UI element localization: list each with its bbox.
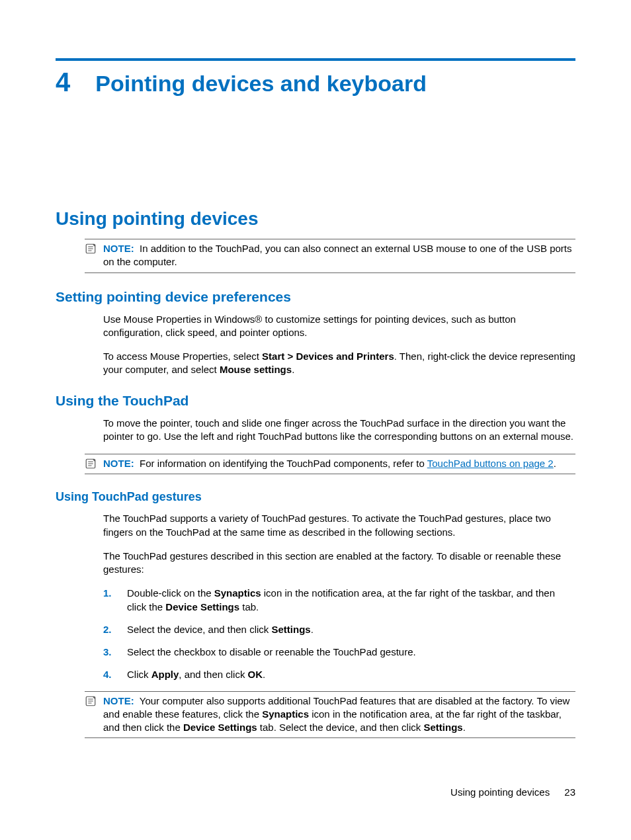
subsubsection-heading: Using TouchPad gestures <box>56 490 575 504</box>
list-item: Select the device, and then click Settin… <box>103 623 575 636</box>
note-block: NOTE: Your computer also supports additi… <box>85 691 575 739</box>
note-label: NOTE: <box>103 243 134 254</box>
body-paragraph: The TouchPad gestures described in this … <box>103 550 575 577</box>
body-paragraph: To move the pointer, touch and slide one… <box>103 417 575 444</box>
body-paragraph: Use Mouse Properties in Windows® to cust… <box>103 313 575 340</box>
note-text: NOTE: Your computer also supports additi… <box>103 694 575 735</box>
page-number: 23 <box>564 786 575 798</box>
footer-section: Using pointing devices <box>450 786 550 798</box>
note-label: NOTE: <box>103 695 134 706</box>
list-item: Click Apply, and then click OK. <box>103 668 575 681</box>
page-footer: Using pointing devices 23 <box>450 786 575 798</box>
body-paragraph: The TouchPad supports a variety of Touch… <box>103 512 575 539</box>
note-text: NOTE: In addition to the TouchPad, you c… <box>103 242 575 269</box>
note-icon <box>85 243 97 255</box>
note-block: NOTE: In addition to the TouchPad, you c… <box>85 239 575 273</box>
subsection-heading: Using the TouchPad <box>56 393 575 409</box>
chapter-number: 4 <box>56 67 70 97</box>
chapter-rule <box>56 58 575 61</box>
subsection-heading: Setting pointing device preferences <box>56 289 575 305</box>
note-block: NOTE: For information on identifying the… <box>85 454 575 474</box>
list-item: Double-click on the Synaptics icon in th… <box>103 587 575 614</box>
page-content: 4 Pointing devices and keyboard Using po… <box>0 0 631 738</box>
note-text: NOTE: For information on identifying the… <box>103 457 575 470</box>
list-item: Select the checkbox to disable or reenab… <box>103 646 575 659</box>
numbered-steps: Double-click on the Synaptics icon in th… <box>103 587 575 681</box>
cross-reference-link[interactable]: TouchPad buttons on page 2 <box>427 458 554 469</box>
note-body: In addition to the TouchPad, you can als… <box>103 243 571 267</box>
chapter-header: 4 Pointing devices and keyboard <box>56 67 575 97</box>
note-icon <box>85 695 97 707</box>
section-heading: Using pointing devices <box>56 208 575 230</box>
note-label: NOTE: <box>103 458 134 469</box>
chapter-title: Pointing devices and keyboard <box>95 71 427 97</box>
body-paragraph: To access Mouse Properties, select Start… <box>103 350 575 377</box>
note-icon <box>85 458 97 470</box>
